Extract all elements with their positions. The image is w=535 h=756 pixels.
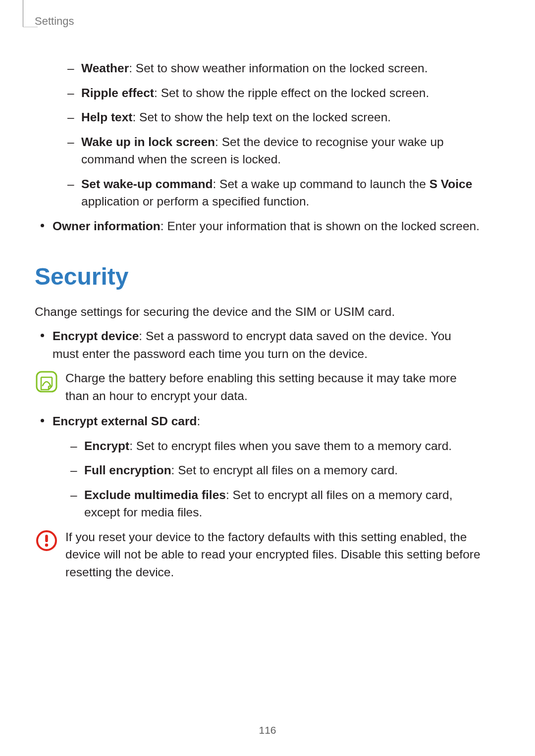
list-item: Wake up in lock screen: Set the device t…	[64, 133, 481, 168]
security-list: Encrypt device: Set a password to encryp…	[35, 327, 481, 362]
list-item: Ripple effect: Set to show the ripple ef…	[64, 84, 481, 102]
item-desc-pre: : Set a wake up command to launch the	[213, 177, 429, 191]
item-title: Wake up in lock screen	[81, 135, 215, 149]
item-title: Encrypt external SD card	[53, 414, 197, 428]
app-name: S Voice	[429, 177, 473, 191]
item-desc: : Set to encrypt files when you save the…	[129, 439, 452, 453]
header-decoration-vertical	[23, 0, 23, 27]
item-desc: : Set to show weather information on the…	[129, 61, 428, 75]
colon: :	[197, 414, 200, 428]
lock-screen-list: Owner information: Enter your informatio…	[35, 217, 481, 235]
security-list-sd: Encrypt external SD card: Encrypt: Set t…	[35, 412, 481, 521]
security-intro: Change settings for securing the device …	[35, 303, 481, 321]
item-title: Help text	[81, 110, 132, 124]
item-title: Encrypt	[84, 439, 129, 453]
list-item: Encrypt device: Set a password to encryp…	[35, 327, 481, 362]
item-title: Full encryption	[84, 463, 171, 477]
security-heading: Security	[35, 259, 481, 294]
list-item: Weather: Set to show weather information…	[64, 59, 481, 77]
note-icon	[36, 371, 57, 398]
lock-screen-sublist: Weather: Set to show weather information…	[35, 59, 481, 210]
page-header: Settings	[35, 15, 481, 35]
svg-rect-2	[45, 535, 48, 542]
list-item: Help text: Set to show the help text on …	[64, 108, 481, 126]
sd-sublist: Encrypt: Set to encrypt files when you s…	[53, 437, 481, 521]
item-desc: : Set to show the help text on the locke…	[132, 110, 391, 124]
item-desc: : Set to encrypt all files on a memory c…	[171, 463, 398, 477]
svg-point-3	[45, 544, 48, 547]
breadcrumb: Settings	[35, 15, 74, 27]
note-text: Charge the battery before enabling this …	[65, 369, 481, 404]
list-item: Exclude multimedia files: Set to encrypt…	[67, 486, 481, 521]
item-desc-post: application or perform a specified funct…	[81, 195, 309, 208]
item-title: Owner information	[53, 219, 160, 233]
item-title: Exclude multimedia files	[84, 488, 226, 502]
warning-text: If you reset your device to the factory …	[65, 528, 481, 581]
warning-icon	[36, 530, 57, 556]
item-desc: : Set to show the ripple effect on the l…	[154, 86, 429, 100]
item-title: Encrypt device	[53, 329, 139, 343]
list-item: Encrypt external SD card: Encrypt: Set t…	[35, 412, 481, 521]
list-item: Full encryption: Set to encrypt all file…	[67, 461, 481, 479]
page-number: 116	[0, 724, 535, 736]
item-desc: : Enter your information that is shown o…	[160, 219, 480, 233]
list-item: Owner information: Enter your informatio…	[35, 217, 481, 235]
item-title: Set wake-up command	[81, 177, 213, 191]
header-decoration-horizontal	[23, 27, 38, 27]
list-item: Encrypt: Set to encrypt files when you s…	[67, 437, 481, 455]
item-title: Weather	[81, 61, 129, 75]
list-item: Set wake-up command: Set a wake up comma…	[64, 175, 481, 210]
page-content: Weather: Set to show weather information…	[35, 59, 481, 581]
note-callout: Charge the battery before enabling this …	[35, 369, 481, 404]
item-title: Ripple effect	[81, 86, 154, 100]
warning-callout: If you reset your device to the factory …	[35, 528, 481, 581]
